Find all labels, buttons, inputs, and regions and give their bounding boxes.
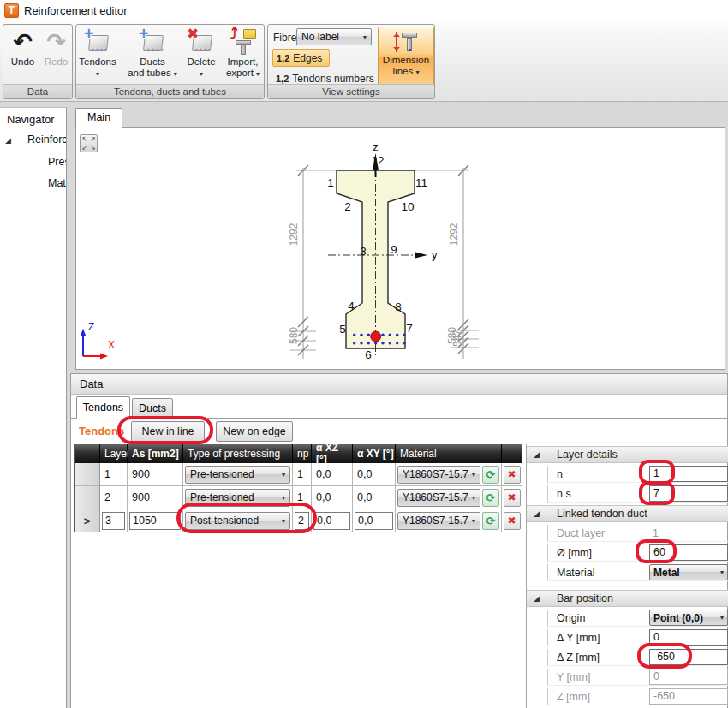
- nav-item-reinforcement[interactable]: Reinforc: [27, 134, 67, 146]
- tab-tendons[interactable]: Tendons: [76, 396, 130, 419]
- material-dropdown[interactable]: Y1860S7-15.7▾: [397, 466, 480, 484]
- property-dropdown[interactable]: Metal▾: [649, 564, 728, 580]
- cell-axz[interactable]: 0,0: [312, 486, 353, 509]
- zoom-to-fit-button[interactable]: ↖↗ ↙↘: [80, 134, 98, 152]
- tendons-icon: ····+: [84, 28, 111, 56]
- cell-axz[interactable]: 0,0: [312, 463, 353, 486]
- tab-ducts[interactable]: Ducts: [132, 398, 173, 419]
- fibre-dropdown[interactable]: No label ▾: [296, 28, 372, 45]
- refresh-material-button[interactable]: ⟳: [482, 512, 499, 530]
- undo-button[interactable]: ↶ Undo: [7, 27, 39, 84]
- property-input-readonly: 0: [649, 669, 728, 685]
- tendon-dot[interactable]: [381, 342, 384, 344]
- new-on-edge-button[interactable]: New on edge: [216, 421, 293, 442]
- delete-row-button[interactable]: ✖: [504, 512, 521, 530]
- cell-layer: 1: [100, 463, 128, 486]
- cell-np[interactable]: 1: [293, 486, 312, 509]
- tendon-dot[interactable]: [396, 334, 398, 336]
- cell-material: Y1860S7-15.7▾ ⟳: [396, 509, 502, 532]
- selected-tendon-dot[interactable]: [371, 331, 381, 342]
- property-section-header[interactable]: ◢Bar position: [527, 590, 728, 607]
- redo-button[interactable]: ↷ Redo: [40, 27, 72, 84]
- property-dropdown-value: Point (0,0): [653, 612, 703, 624]
- collapse-triangle-icon[interactable]: ◢: [534, 450, 546, 459]
- property-section-title: Linked tendon duct: [557, 508, 647, 520]
- delete-button[interactable]: ····✖ Delete▾: [182, 27, 220, 84]
- material-dropdown[interactable]: Y1860S7-15.7▾: [397, 512, 480, 530]
- refresh-material-button[interactable]: ⟳: [482, 489, 499, 507]
- cell-axy[interactable]: 0,0: [353, 486, 396, 509]
- type-of-prestressing-dropdown[interactable]: Post-tensioned▾: [185, 512, 290, 530]
- row-selector[interactable]: [75, 463, 100, 486]
- redo-label: Redo: [40, 57, 72, 68]
- delete-row-button[interactable]: ✖: [504, 466, 521, 484]
- properties-panel: ◢Layer detailsn1n s7◢Linked tendon ductD…: [526, 444, 728, 708]
- cross-section-drawing: 1292 580 1292 580 547 z y 123: [76, 128, 725, 368]
- row-selector[interactable]: [75, 486, 100, 509]
- tendons-button[interactable]: ····+ Tendons▾: [76, 27, 119, 84]
- tendon-dot[interactable]: [353, 342, 355, 344]
- coordinate-triad: Z X: [81, 321, 116, 360]
- dimension-lines-button[interactable]: Dimensionlines ▾: [378, 27, 434, 86]
- vertex-label-12: 12: [371, 154, 384, 167]
- tab-main[interactable]: Main: [75, 108, 122, 128]
- tendon-dot[interactable]: [360, 342, 362, 344]
- cell-np[interactable]: 2: [293, 509, 312, 532]
- cell-axy[interactable]: 0,0: [353, 463, 396, 486]
- tendon-dot[interactable]: [403, 342, 405, 344]
- header-as: As [mm2]: [128, 444, 183, 463]
- vertex-label-10: 10: [401, 200, 414, 213]
- refresh-material-button[interactable]: ⟳: [482, 466, 499, 484]
- tendon-dot[interactable]: [389, 334, 391, 336]
- tendon-dot[interactable]: [360, 334, 362, 336]
- tendon-dot[interactable]: [353, 334, 355, 336]
- tendon-dot[interactable]: [381, 334, 384, 336]
- data-panel-title: Data: [71, 374, 727, 395]
- header-axz: α XZ [°]: [312, 444, 353, 463]
- type-of-prestressing-dropdown[interactable]: Pre-tensioned▾: [185, 489, 290, 507]
- property-label: Δ Z [mm]: [548, 651, 600, 663]
- collapse-triangle-icon[interactable]: ◢: [534, 509, 546, 518]
- ducts-and-tubes-button[interactable]: ∘∘∘∘+ Ductsand tubes ▾: [126, 27, 179, 84]
- section-canvas[interactable]: ↖↗ ↙↘: [75, 127, 725, 370]
- ribbon-group-data: ↶ Undo ↷ Redo Data: [3, 24, 73, 99]
- import-export-button[interactable]: ⤴ Import,export ▾: [222, 27, 264, 84]
- tendon-dot[interactable]: [403, 334, 405, 336]
- edges-toggle[interactable]: 1,2 Edges: [272, 49, 330, 67]
- row-selector[interactable]: >: [75, 509, 100, 532]
- property-input[interactable]: 60: [649, 544, 728, 561]
- cell-as[interactable]: 1050: [128, 509, 183, 532]
- property-section-header[interactable]: ◢Layer details: [527, 446, 728, 463]
- undo-label: Undo: [7, 57, 39, 68]
- cell-as[interactable]: 900: [128, 463, 183, 486]
- property-input[interactable]: -650: [649, 649, 728, 665]
- material-dropdown[interactable]: Y1860S7-15.7▾: [397, 489, 480, 507]
- property-dropdown[interactable]: Point (0,0)▾: [649, 610, 728, 626]
- collapse-triangle-icon[interactable]: ◢: [534, 594, 546, 603]
- tendon-dot[interactable]: [367, 342, 370, 344]
- cell-np[interactable]: 1: [293, 463, 312, 486]
- cell-as[interactable]: 900: [128, 486, 183, 509]
- expand-triangle-icon[interactable]: ◢: [5, 136, 11, 145]
- property-row: Ø [mm]60: [547, 544, 728, 562]
- window-title: Reinforcement editor: [24, 4, 128, 17]
- header-material: Material: [396, 444, 502, 463]
- tendon-dot[interactable]: [396, 342, 398, 344]
- tendon-dot[interactable]: [389, 342, 391, 344]
- property-section-title: Bar position: [557, 592, 613, 604]
- property-input[interactable]: 7: [649, 485, 728, 502]
- tendon-dot[interactable]: [367, 334, 370, 336]
- nav-item-materials[interactable]: Mat: [48, 177, 66, 189]
- nav-item-prestressing[interactable]: Pres: [48, 156, 67, 168]
- type-of-prestressing-dropdown[interactable]: Pre-tensioned▾: [185, 466, 290, 484]
- property-section-header[interactable]: ◢Linked tendon duct: [527, 505, 728, 522]
- tendon-dot[interactable]: [374, 342, 377, 344]
- fibre-value: No label: [301, 31, 339, 43]
- delete-row-button[interactable]: ✖: [504, 489, 521, 507]
- property-input[interactable]: 1: [649, 466, 728, 482]
- property-input[interactable]: 0: [649, 629, 728, 646]
- cell-axy[interactable]: 0,0: [353, 509, 396, 532]
- vertex-label-3: 3: [360, 245, 367, 258]
- new-in-line-button[interactable]: New in line: [131, 421, 205, 442]
- cell-axz[interactable]: 0,0: [312, 509, 353, 532]
